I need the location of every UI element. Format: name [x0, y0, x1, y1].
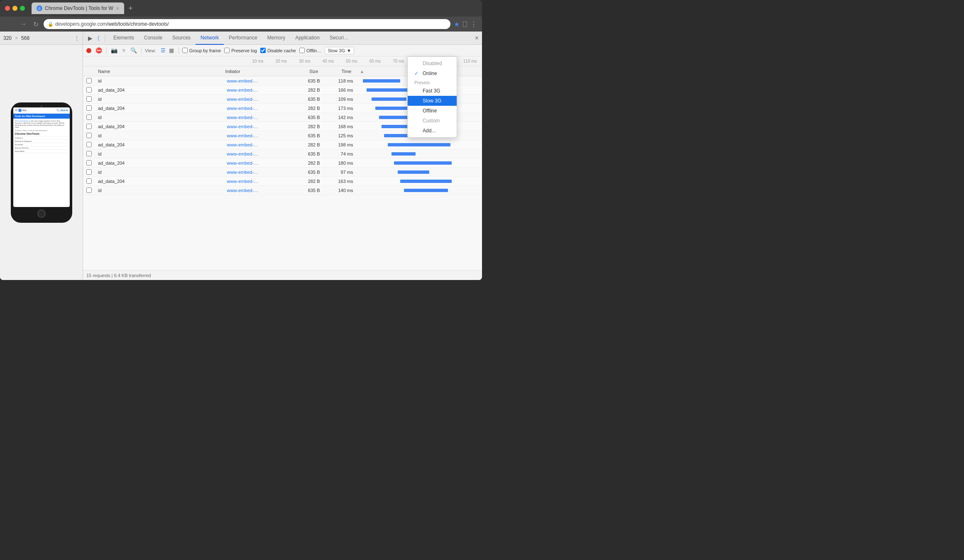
- group-by-frame-checkbox[interactable]: Group by frame: [182, 48, 221, 53]
- menu-icon[interactable]: ⋮: [470, 20, 477, 28]
- throttle-option-offline[interactable]: Offline: [408, 106, 457, 116]
- url-path: /web/tools/chrome-devtools/: [107, 21, 169, 27]
- tab-memory[interactable]: Memory: [262, 32, 290, 45]
- active-tab[interactable]: C Chrome DevTools | Tools for W ×: [32, 2, 124, 14]
- tab-network[interactable]: Network: [196, 32, 224, 45]
- row-checkbox-1[interactable]: [83, 87, 95, 93]
- row-check-6[interactable]: [86, 133, 92, 138]
- row-checkbox-11[interactable]: [83, 178, 95, 184]
- address-bar[interactable]: 🔒 developers.google.com/web/tools/chrome…: [44, 19, 450, 29]
- group-by-frame-input[interactable]: [182, 48, 188, 53]
- row-initiator-4: www-embed-…: [224, 115, 290, 120]
- tab-performance[interactable]: Performance: [224, 32, 262, 45]
- table-row[interactable]: ad_data_204 www-embed-… 282 B 198 ms: [83, 140, 482, 149]
- maximize-traffic-light[interactable]: [20, 6, 25, 11]
- row-check-8[interactable]: [86, 151, 92, 156]
- throttle-option-add[interactable]: Add...: [408, 126, 457, 136]
- row-name-3: ad_data_204: [95, 106, 224, 111]
- row-checkbox-8[interactable]: [83, 151, 95, 156]
- row-checkbox-10[interactable]: [83, 169, 95, 175]
- cast-icon[interactable]: ⎕: [463, 20, 467, 28]
- row-checkbox-9[interactable]: [83, 160, 95, 166]
- throttle-dropdown-trigger[interactable]: Slow 3G ▼: [325, 47, 354, 54]
- tab-elements[interactable]: Elements: [108, 32, 139, 45]
- clear-button[interactable]: ⛔: [95, 46, 103, 54]
- row-checkbox-3[interactable]: [83, 105, 95, 111]
- row-checkbox-4[interactable]: [83, 114, 95, 120]
- throttle-dropdown-menu: Disabled ✓ Online Presets Fast 3G Slow 3…: [407, 56, 457, 138]
- row-name-4: id: [95, 115, 224, 120]
- device-more-button[interactable]: ⋮: [74, 35, 79, 41]
- tab-security[interactable]: Securi…: [325, 32, 354, 45]
- row-check-5[interactable]: [86, 124, 92, 129]
- throttle-option-disabled[interactable]: Disabled: [408, 58, 457, 68]
- tab-application[interactable]: Application: [290, 32, 325, 45]
- throttle-option-custom[interactable]: Custom: [408, 116, 457, 126]
- tab-close-button[interactable]: ×: [116, 5, 119, 12]
- table-row[interactable]: ad_data_204 www-embed-… 282 B 163 ms: [83, 177, 482, 186]
- search-button[interactable]: 🔍: [130, 46, 138, 54]
- tab-console[interactable]: Console: [139, 32, 167, 45]
- row-initiator-9: www-embed-…: [224, 161, 290, 166]
- row-check-9[interactable]: [86, 160, 92, 166]
- record-button[interactable]: [86, 48, 91, 53]
- row-checkbox-7[interactable]: [83, 142, 95, 147]
- row-check-4[interactable]: [86, 114, 92, 120]
- presets-divider: Presets: [408, 78, 457, 86]
- devtools-inspect-icon[interactable]: ▶: [86, 34, 94, 42]
- row-check-2[interactable]: [86, 96, 92, 102]
- waterfall-view-button[interactable]: ▦: [168, 46, 175, 54]
- row-checkbox-0[interactable]: [83, 78, 95, 83]
- tab-sources[interactable]: Sources: [167, 32, 196, 45]
- preserve-log-input[interactable]: [224, 48, 230, 53]
- forward-button[interactable]: →: [18, 19, 28, 29]
- row-time-9: 180 ms: [323, 161, 357, 166]
- toolbar-separator-3: [179, 47, 179, 54]
- reload-button[interactable]: ↻: [32, 19, 40, 29]
- devtools-close-button[interactable]: ×: [475, 34, 479, 42]
- row-check-7[interactable]: [86, 142, 92, 147]
- offline-checkbox[interactable]: Offlin…: [299, 48, 321, 53]
- row-name-10: id: [95, 170, 224, 175]
- new-tab-button[interactable]: +: [126, 4, 135, 13]
- row-check-3[interactable]: [86, 105, 92, 111]
- camera-button[interactable]: 📷: [110, 46, 118, 54]
- table-row[interactable]: id www-embed-… 635 B 74 ms: [83, 149, 482, 158]
- throttle-option-slow3g[interactable]: Slow 3G: [408, 96, 457, 106]
- row-checkbox-2[interactable]: [83, 96, 95, 102]
- offline-input[interactable]: [299, 48, 305, 53]
- preserve-log-label: Preserve log: [231, 48, 257, 53]
- row-initiator-5: www-embed-…: [224, 124, 290, 129]
- table-row[interactable]: ad_data_204 www-embed-… 282 B 180 ms: [83, 158, 482, 168]
- row-check-0[interactable]: [86, 78, 92, 83]
- list-view-button[interactable]: ☰: [159, 46, 167, 54]
- bookmark-star-icon[interactable]: ★: [454, 20, 460, 28]
- row-checkbox-6[interactable]: [83, 133, 95, 138]
- throttle-option-fast3g[interactable]: Fast 3G: [408, 86, 457, 96]
- disable-cache-input[interactable]: [260, 48, 266, 53]
- header-size-col[interactable]: Size: [289, 69, 322, 74]
- header-initiator-col[interactable]: Initiator: [222, 69, 289, 74]
- devtools-device-icon[interactable]: 〈: [96, 34, 101, 42]
- header-name-col[interactable]: Name: [95, 69, 222, 74]
- close-traffic-light[interactable]: [5, 6, 10, 11]
- throttle-disabled-label: Disabled: [423, 61, 442, 66]
- filter-button[interactable]: ▿: [122, 46, 126, 54]
- disable-cache-checkbox[interactable]: Disable cache: [260, 48, 296, 53]
- table-row[interactable]: id www-embed-… 635 B 97 ms: [83, 168, 482, 177]
- row-check-11[interactable]: [86, 178, 92, 184]
- header-time-col[interactable]: Time: [322, 69, 355, 74]
- row-name-0: id: [95, 78, 224, 83]
- row-checkbox-12[interactable]: [83, 187, 95, 193]
- minimize-traffic-light[interactable]: [12, 6, 17, 11]
- table-row[interactable]: id www-embed-… 635 B 140 ms: [83, 186, 482, 195]
- row-check-12[interactable]: [86, 187, 92, 193]
- row-checkbox-5[interactable]: [83, 124, 95, 129]
- lock-icon: 🔒: [48, 22, 54, 27]
- row-check-1[interactable]: [86, 87, 92, 93]
- back-button[interactable]: ←: [5, 19, 15, 29]
- preserve-log-checkbox[interactable]: Preserve log: [224, 48, 257, 53]
- throttle-option-online[interactable]: ✓ Online: [408, 68, 457, 78]
- row-check-10[interactable]: [86, 169, 92, 175]
- row-size-10: 635 B: [290, 170, 323, 175]
